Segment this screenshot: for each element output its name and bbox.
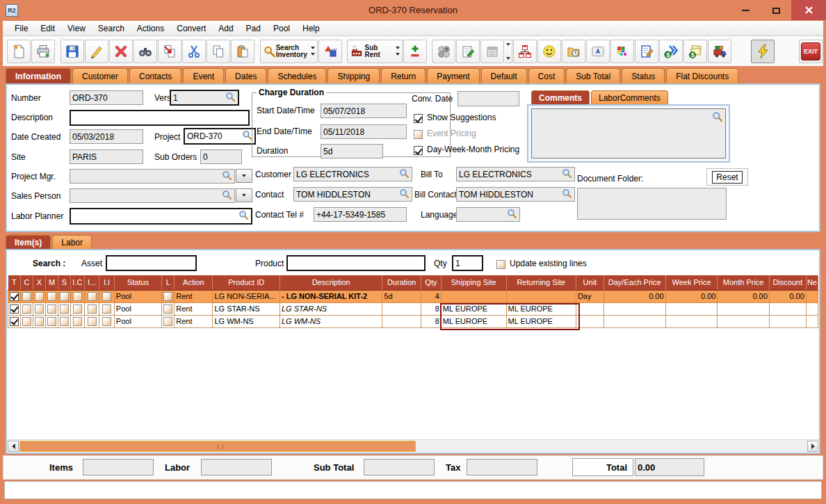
col-product-id[interactable]: Product ID xyxy=(213,275,280,290)
col-ne[interactable]: Ne xyxy=(806,275,818,290)
copy-button[interactable] xyxy=(206,40,230,63)
version-lookup-icon[interactable] xyxy=(225,92,236,104)
grid-row-2[interactable]: Pool Rent LG STAR-NS LG STAR-NS 8 ML EUR… xyxy=(8,302,818,315)
cell-checkbox[interactable] xyxy=(162,302,175,315)
update-existing-lines-checkbox[interactable] xyxy=(496,258,505,270)
product-input[interactable] xyxy=(286,255,426,271)
menu-convert[interactable]: Convert xyxy=(170,22,212,35)
cell-qty[interactable]: 8 xyxy=(421,302,441,315)
shortcut-key-button[interactable] xyxy=(586,40,610,63)
cell-description[interactable]: LG STAR-NS xyxy=(280,302,382,315)
start-date-field[interactable]: 05/07/2018 xyxy=(321,104,407,118)
cell-checkbox[interactable] xyxy=(71,302,85,315)
cell-month-price[interactable] xyxy=(718,302,769,315)
sub-total-field[interactable] xyxy=(364,459,435,475)
cell-day-price[interactable]: 0.00 xyxy=(604,290,665,302)
customer-lookup-icon[interactable] xyxy=(399,168,410,181)
cell-returning-site[interactable]: ML EUROPE xyxy=(506,302,576,315)
col-ii[interactable]: I.I xyxy=(99,275,115,290)
tab-items[interactable]: Item(s) xyxy=(6,235,51,249)
cell-checkbox[interactable] xyxy=(33,290,46,302)
col-returning-site[interactable]: Returning Site xyxy=(506,275,576,290)
search-inventory-dropdown[interactable] xyxy=(311,47,315,56)
conv-date-field[interactable] xyxy=(457,91,519,106)
cell-unit[interactable]: Day xyxy=(576,290,604,302)
labor-planner-field[interactable] xyxy=(70,208,252,225)
tab-cost[interactable]: Cost xyxy=(528,68,565,83)
cell-checkbox[interactable] xyxy=(8,315,21,327)
comments-lookup-icon[interactable] xyxy=(712,111,723,125)
tab-information[interactable]: Information xyxy=(6,68,71,83)
show-suggestions-checkbox[interactable] xyxy=(414,112,423,124)
cell-checkbox[interactable] xyxy=(99,290,115,302)
sales-person-field[interactable] xyxy=(70,188,235,203)
edit-button[interactable] xyxy=(85,40,108,63)
exit-button[interactable]: EXIT xyxy=(799,40,823,63)
col-s[interactable]: S xyxy=(58,275,71,290)
language-field[interactable] xyxy=(456,207,520,222)
cut-button[interactable] xyxy=(182,40,206,63)
cell-checkbox[interactable] xyxy=(71,315,85,327)
menu-edit[interactable]: Edit xyxy=(34,22,61,35)
transfer-button[interactable] xyxy=(158,40,181,63)
tab-customer[interactable]: Customer xyxy=(72,68,128,83)
duration-field[interactable]: 5d xyxy=(321,144,383,158)
tab-default[interactable]: Default xyxy=(481,68,527,83)
new-document-button[interactable] xyxy=(7,40,31,63)
paste-button[interactable] xyxy=(231,40,254,63)
cell-product-id[interactable]: LG STAR-NS xyxy=(213,302,280,315)
calendar-dropdown[interactable] xyxy=(505,40,512,63)
cell-description[interactable]: LG WM-NS xyxy=(280,315,382,327)
print-button[interactable] xyxy=(31,40,55,63)
language-lookup-icon[interactable] xyxy=(507,209,517,221)
cell-ne[interactable] xyxy=(806,315,818,327)
col-m[interactable]: M xyxy=(46,275,58,290)
find-button[interactable] xyxy=(133,40,157,63)
cell-action[interactable]: Rent xyxy=(175,290,213,302)
cell-month-price[interactable]: 0.00 xyxy=(718,290,769,302)
document-folder-box[interactable] xyxy=(577,188,727,220)
cell-duration[interactable] xyxy=(382,302,421,315)
tab-status[interactable]: Status xyxy=(622,68,665,83)
cell-status[interactable]: Pool xyxy=(114,315,161,327)
number-field[interactable]: ORD-370 xyxy=(70,90,143,105)
cell-week-price[interactable] xyxy=(665,315,718,327)
cell-checkbox[interactable] xyxy=(46,315,58,327)
cell-checkbox[interactable] xyxy=(46,302,58,315)
reset-button[interactable]: Reset xyxy=(712,171,742,184)
shapes-button[interactable] xyxy=(318,40,342,63)
cell-shipping-site[interactable] xyxy=(441,290,506,302)
cell-checkbox[interactable] xyxy=(58,315,71,327)
labor-total-field[interactable] xyxy=(201,459,272,475)
menu-view[interactable]: View xyxy=(61,22,92,35)
col-l[interactable]: L xyxy=(162,275,175,290)
col-x[interactable]: X xyxy=(33,275,46,290)
total-field[interactable]: 0.00 xyxy=(635,458,704,476)
cell-returning-site[interactable]: ML EUROPE xyxy=(506,315,576,327)
contact-tel-field[interactable]: +44-17-5349-1585 xyxy=(314,207,407,222)
tab-schedules[interactable]: Schedules xyxy=(268,68,326,83)
col-shipping-site[interactable]: Shipping Site xyxy=(441,275,506,290)
sub-orders-field[interactable]: 0 xyxy=(200,149,242,164)
cell-action[interactable]: Rent xyxy=(175,302,213,315)
cell-unit[interactable] xyxy=(576,315,604,327)
contact-lookup-icon[interactable] xyxy=(399,188,410,201)
quick-action-button[interactable] xyxy=(751,40,775,63)
billing-button[interactable]: $ xyxy=(683,40,707,63)
cell-qty[interactable]: 4 xyxy=(421,290,441,302)
close-button[interactable] xyxy=(791,0,826,20)
scroll-right-button[interactable] xyxy=(807,441,818,452)
cell-checkbox[interactable] xyxy=(33,302,46,315)
menu-pool[interactable]: Pool xyxy=(267,22,296,35)
save-button[interactable] xyxy=(60,40,84,63)
col-qty[interactable]: Qty xyxy=(421,275,441,290)
cell-qty[interactable]: 8 xyxy=(421,315,441,327)
cell-duration[interactable] xyxy=(382,315,421,327)
col-day-price[interactable]: Day/Each Price xyxy=(604,275,665,290)
cell-product-id[interactable]: LG WM-NS xyxy=(213,315,280,327)
cell-unit[interactable] xyxy=(576,302,604,315)
cell-week-price[interactable]: 0.00 xyxy=(665,290,718,302)
tab-comments[interactable]: Comments xyxy=(531,90,590,104)
sales-person-lookup-icon[interactable] xyxy=(222,190,232,202)
scrollbar-thumb[interactable] xyxy=(19,441,416,452)
